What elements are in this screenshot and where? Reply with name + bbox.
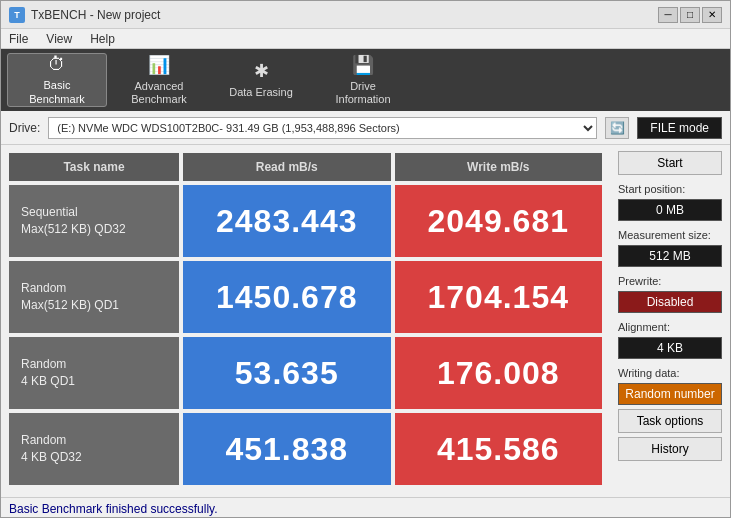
window-title: TxBENCH - New project bbox=[31, 8, 160, 22]
start-button[interactable]: Start bbox=[618, 151, 722, 175]
row-task-0: Sequential Max(512 KB) QD32 bbox=[9, 185, 179, 257]
sidebar: Start Start position: 0 MB Measurement s… bbox=[610, 145, 730, 497]
title-bar: T TxBENCH - New project ─ □ ✕ bbox=[1, 1, 730, 29]
row-read-3: 451.838 bbox=[183, 413, 391, 485]
writing-data-value: Random number bbox=[618, 383, 722, 405]
toolbar-advanced-benchmark[interactable]: 📊 AdvancedBenchmark bbox=[109, 53, 209, 107]
row-read-0: 2483.443 bbox=[183, 185, 391, 257]
menu-help[interactable]: Help bbox=[88, 32, 117, 46]
row-write-1: 1704.154 bbox=[395, 261, 603, 333]
data-erasing-icon: ✱ bbox=[254, 60, 269, 82]
data-erasing-label: Data Erasing bbox=[229, 86, 293, 99]
title-bar-left: T TxBENCH - New project bbox=[9, 7, 160, 23]
status-text: Basic Benchmark finished successfully. bbox=[9, 502, 218, 516]
advanced-benchmark-icon: 📊 bbox=[148, 54, 170, 76]
file-mode-button[interactable]: FILE mode bbox=[637, 117, 722, 139]
status-bar: Basic Benchmark finished successfully. bbox=[1, 497, 730, 518]
table-row: Sequential Max(512 KB) QD32 2483.443 204… bbox=[9, 185, 602, 257]
basic-benchmark-icon: ⏱ bbox=[48, 54, 66, 75]
table-header: Task name Read mB/s Write mB/s bbox=[9, 153, 602, 181]
measurement-size-value: 512 MB bbox=[618, 245, 722, 267]
column-header-write: Write mB/s bbox=[395, 153, 603, 181]
drive-select[interactable]: (E:) NVMe WDC WDS100T2B0C- 931.49 GB (1,… bbox=[48, 117, 597, 139]
toolbar-data-erasing[interactable]: ✱ Data Erasing bbox=[211, 53, 311, 107]
history-button[interactable]: History bbox=[618, 437, 722, 461]
toolbar-drive-info[interactable]: 💾 DriveInformation bbox=[313, 53, 413, 107]
drive-label: Drive: bbox=[9, 121, 40, 135]
basic-benchmark-label: BasicBenchmark bbox=[29, 79, 85, 105]
row-read-1: 1450.678 bbox=[183, 261, 391, 333]
table-row: Random 4 KB QD32 451.838 415.586 bbox=[9, 413, 602, 485]
menu-bar: File View Help bbox=[1, 29, 730, 49]
close-button[interactable]: ✕ bbox=[702, 7, 722, 23]
task-options-button[interactable]: Task options bbox=[618, 409, 722, 433]
measurement-size-label: Measurement size: bbox=[618, 229, 722, 241]
main-area: Task name Read mB/s Write mB/s Sequentia… bbox=[1, 145, 730, 497]
row-read-2: 53.635 bbox=[183, 337, 391, 409]
column-header-read: Read mB/s bbox=[183, 153, 391, 181]
benchmark-table: Task name Read mB/s Write mB/s Sequentia… bbox=[1, 145, 610, 497]
advanced-benchmark-label: AdvancedBenchmark bbox=[131, 80, 187, 106]
row-task-1: Random Max(512 KB) QD1 bbox=[9, 261, 179, 333]
toolbar: ⏱ BasicBenchmark 📊 AdvancedBenchmark ✱ D… bbox=[1, 49, 730, 111]
row-write-2: 176.008 bbox=[395, 337, 603, 409]
row-task-2: Random 4 KB QD1 bbox=[9, 337, 179, 409]
row-task-3: Random 4 KB QD32 bbox=[9, 413, 179, 485]
minimize-button[interactable]: ─ bbox=[658, 7, 678, 23]
title-bar-controls: ─ □ ✕ bbox=[658, 7, 722, 23]
drive-info-icon: 💾 bbox=[352, 54, 374, 76]
menu-file[interactable]: File bbox=[7, 32, 30, 46]
prewrite-label: Prewrite: bbox=[618, 275, 722, 287]
start-position-label: Start position: bbox=[618, 183, 722, 195]
maximize-button[interactable]: □ bbox=[680, 7, 700, 23]
table-row: Random Max(512 KB) QD1 1450.678 1704.154 bbox=[9, 261, 602, 333]
drive-refresh-button[interactable]: 🔄 bbox=[605, 117, 629, 139]
column-header-task: Task name bbox=[9, 153, 179, 181]
toolbar-basic-benchmark[interactable]: ⏱ BasicBenchmark bbox=[7, 53, 107, 107]
drive-bar: Drive: (E:) NVMe WDC WDS100T2B0C- 931.49… bbox=[1, 111, 730, 145]
row-write-3: 415.586 bbox=[395, 413, 603, 485]
writing-data-label: Writing data: bbox=[618, 367, 722, 379]
drive-info-label: DriveInformation bbox=[335, 80, 390, 106]
table-row: Random 4 KB QD1 53.635 176.008 bbox=[9, 337, 602, 409]
start-position-value: 0 MB bbox=[618, 199, 722, 221]
alignment-value: 4 KB bbox=[618, 337, 722, 359]
app-icon: T bbox=[9, 7, 25, 23]
alignment-label: Alignment: bbox=[618, 321, 722, 333]
menu-view[interactable]: View bbox=[44, 32, 74, 46]
row-write-0: 2049.681 bbox=[395, 185, 603, 257]
prewrite-value: Disabled bbox=[618, 291, 722, 313]
